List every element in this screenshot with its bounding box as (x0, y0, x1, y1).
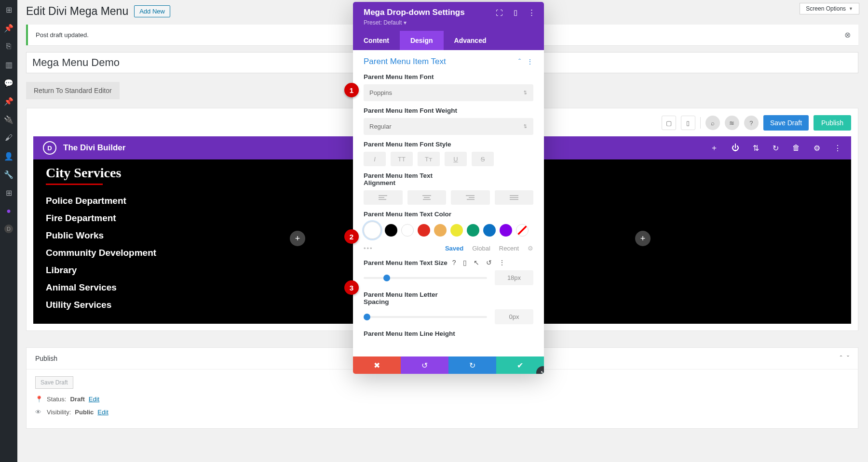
weight-label: Parent Menu Item Font Weight (364, 107, 533, 114)
swatch-none[interactable] (516, 224, 529, 237)
pin-icon[interactable]: 📌 (4, 23, 14, 33)
font-select[interactable]: Poppins (364, 84, 533, 101)
color-settings-icon[interactable]: ⚙ (528, 245, 533, 252)
callout-3: 3 (344, 280, 359, 295)
chevron-down-icon[interactable]: ˇ (847, 355, 849, 362)
screen-options-label: Screen Options (806, 5, 846, 12)
spacing-slider[interactable] (364, 316, 487, 318)
expand-icon[interactable]: ⛶ (496, 9, 503, 17)
modal-footer: ✖ ↺ ↻ ✔ (353, 356, 544, 374)
smallcaps-button[interactable]: Tᴛ (418, 152, 440, 166)
redo-button[interactable]: ↻ (448, 356, 496, 374)
size-slider[interactable] (364, 277, 487, 279)
history-icon[interactable]: ↻ (773, 144, 779, 153)
color-swatches (364, 222, 533, 239)
swatch-green[interactable] (467, 224, 479, 237)
section-kebab-icon[interactable]: ⋮ (527, 58, 533, 66)
add-column-button-2[interactable]: + (635, 231, 651, 246)
modal-header: Mega Drop-down Settings ⛶ ▯ ⋮ Preset: De… (353, 2, 544, 31)
layers-icon[interactable]: ≋ (725, 116, 739, 130)
saved-tab[interactable]: Saved (445, 245, 463, 252)
swatch-orange[interactable] (434, 224, 447, 237)
kebab-icon[interactable]: ⋮ (834, 144, 841, 153)
zoom-icon[interactable]: ⌕ (705, 116, 720, 130)
modal-preset[interactable]: Preset: Default ▾ (364, 19, 535, 26)
size-kebab-icon[interactable]: ⋮ (499, 259, 505, 266)
visibility-edit-link[interactable]: Edit (97, 409, 108, 416)
global-tab[interactable]: Global (472, 245, 490, 252)
tablet-view-icon[interactable]: ▯ (681, 116, 695, 130)
swatch-red[interactable] (418, 224, 430, 237)
visibility-icon: 👁 (35, 409, 43, 416)
tab-advanced[interactable]: Advanced (444, 31, 497, 50)
sort-icon[interactable]: ⇅ (753, 144, 759, 153)
status-edit-link[interactable]: Edit (89, 396, 99, 403)
plugins-icon[interactable]: 🔌 (4, 115, 14, 124)
pages-icon[interactable]: ▥ (4, 60, 14, 69)
weight-select[interactable]: Regular (364, 118, 533, 135)
media-icon[interactable]: ⎘ (4, 41, 14, 51)
section-header[interactable]: Parent Menu Item Text ˆ ⋮ (364, 57, 533, 66)
phone-icon[interactable]: ▯ (463, 259, 467, 266)
dashboard-icon[interactable]: ⊞ (4, 5, 14, 14)
more-dots-icon[interactable]: ••• (364, 245, 373, 252)
reset-icon[interactable]: ↺ (486, 259, 492, 266)
desktop-view-icon[interactable]: ▢ (662, 116, 676, 130)
hover-icon[interactable]: ↖ (474, 259, 479, 266)
chevron-up-icon[interactable]: ˆ (840, 355, 842, 362)
trash-icon[interactable]: 🗑 (792, 144, 800, 152)
save-draft-button[interactable]: Save Draft (763, 115, 809, 131)
lineheight-label: Parent Menu Item Line Height (364, 330, 533, 337)
notice-dismiss-icon[interactable]: ⊗ (844, 30, 851, 40)
add-icon[interactable]: ＋ (710, 143, 718, 153)
italic-button[interactable]: I (364, 152, 386, 166)
uppercase-button[interactable]: TT (391, 152, 413, 166)
add-new-button[interactable]: Add New (134, 5, 170, 17)
help-icon[interactable]: ? (744, 116, 759, 130)
align-right-button[interactable] (451, 190, 490, 205)
align-left-button[interactable] (364, 190, 403, 205)
power-icon[interactable]: ⏻ (732, 144, 739, 152)
appearance-icon[interactable]: 🖌 (4, 133, 14, 143)
swatch-black[interactable] (385, 224, 397, 237)
tab-design[interactable]: Design (400, 31, 444, 50)
screen-options-button[interactable]: Screen Options (800, 3, 859, 14)
chevron-up-icon[interactable]: ˆ (518, 58, 521, 66)
metabox-save-draft-button[interactable]: Save Draft (35, 376, 73, 389)
divi-icon[interactable]: ● (4, 206, 14, 216)
swatch-white[interactable] (401, 224, 414, 237)
tab-content[interactable]: Content (353, 31, 400, 50)
settings-modal: Mega Drop-down Settings ⛶ ▯ ⋮ Preset: De… (353, 2, 544, 374)
swatch-blue[interactable] (483, 224, 496, 237)
users-icon[interactable]: 👤 (4, 151, 14, 161)
return-standard-editor-button[interactable]: Return To Standard Editor (26, 82, 120, 99)
settings-icon[interactable]: ⊞ (4, 188, 14, 198)
size-value-input[interactable]: 18px (495, 270, 533, 285)
add-column-button[interactable]: + (290, 231, 305, 246)
publish-button[interactable]: Publish (814, 115, 851, 131)
callout-2: 2 (344, 229, 359, 244)
d-icon[interactable]: D (4, 224, 13, 233)
tools-icon[interactable]: 🔧 (4, 170, 14, 179)
underline-button[interactable]: U (445, 152, 467, 166)
snap-icon[interactable]: ▯ (514, 8, 517, 17)
align-center-button[interactable] (407, 190, 447, 205)
admin-sidebar: ⊞ 📌 ⎘ ▥ 💬 📌 🔌 🖌 👤 🔧 ⊞ ● D (0, 0, 17, 462)
comments-icon[interactable]: 💬 (4, 78, 14, 88)
gear-icon[interactable]: ⚙ (814, 144, 820, 153)
help-icon[interactable]: ? (452, 259, 456, 266)
undo-button[interactable]: ↺ (401, 356, 448, 374)
spacing-value-input[interactable]: 0px (495, 309, 533, 324)
toolbar-divider (700, 117, 701, 129)
swatch-purple[interactable] (500, 224, 512, 237)
swatch-selected[interactable] (364, 222, 381, 239)
align-justify-button[interactable] (495, 190, 534, 205)
swatch-yellow[interactable] (450, 224, 463, 237)
section-title: Parent Menu Item Text (364, 57, 446, 66)
strikethrough-button[interactable]: S (472, 152, 494, 166)
modal-kebab-icon[interactable]: ⋮ (528, 8, 535, 17)
close-button[interactable]: ✖ (353, 356, 401, 374)
visibility-value: Public (75, 409, 94, 416)
recent-tab[interactable]: Recent (499, 245, 519, 252)
pin2-icon[interactable]: 📌 (4, 96, 14, 106)
